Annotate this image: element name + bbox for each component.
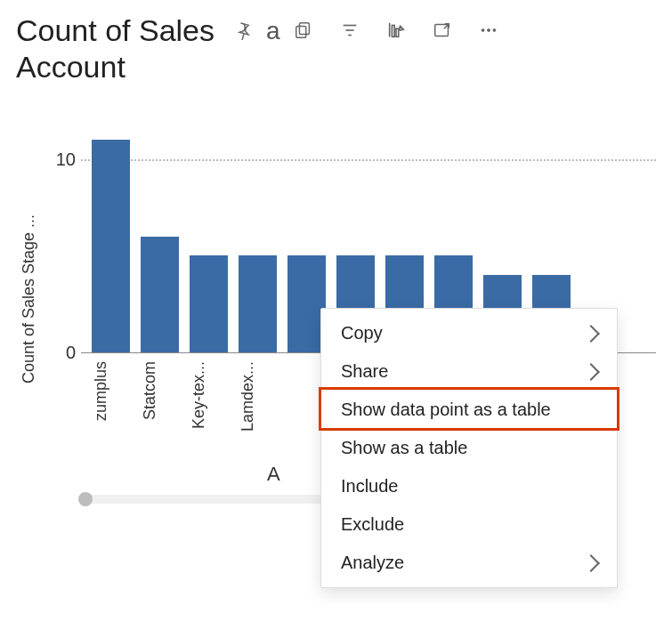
- svg-rect-1: [296, 27, 305, 38]
- menu-item-label: Copy: [341, 323, 383, 343]
- personalize-icon[interactable]: [385, 20, 407, 41]
- menu-item-label: Show data point as a table: [341, 400, 551, 420]
- menu-item-show-data-point-as-a-table[interactable]: Show data point as a table: [321, 391, 617, 429]
- scrollbar-thumb[interactable]: [78, 492, 93, 506]
- svg-rect-7: [396, 29, 399, 37]
- svg-point-10: [487, 29, 490, 32]
- title-row: Count of Sales a: [16, 12, 656, 85]
- bar[interactable]: [190, 255, 228, 351]
- chevron-right-icon: [582, 363, 600, 381]
- menu-item-share[interactable]: Share: [321, 352, 617, 391]
- svg-point-11: [493, 29, 496, 32]
- chart-title: Count of Sales a: [16, 12, 499, 85]
- bar[interactable]: [141, 237, 179, 352]
- chevron-right-icon: [582, 325, 600, 343]
- menu-item-exclude[interactable]: Exclude: [321, 505, 617, 544]
- menu-item-analyze[interactable]: Analyze: [321, 544, 617, 582]
- x-label: Key-tex...: [190, 361, 228, 468]
- context-menu: CopyShareShow data point as a tableShow …: [320, 308, 618, 588]
- title-line-2: Account: [16, 49, 499, 85]
- x-label: Lamdex...: [239, 361, 277, 468]
- bar[interactable]: [92, 140, 130, 351]
- menu-item-copy[interactable]: Copy: [321, 314, 617, 352]
- svg-rect-0: [299, 23, 309, 35]
- chevron-right-icon: [582, 554, 600, 572]
- x-axis-title: A: [267, 463, 280, 486]
- menu-item-show-as-a-table[interactable]: Show as a table: [321, 429, 617, 467]
- svg-point-9: [482, 29, 484, 32]
- menu-item-include[interactable]: Include: [321, 467, 617, 505]
- filter-icon[interactable]: [339, 20, 360, 41]
- y-axis-ticks: 10 0: [42, 121, 81, 352]
- menu-item-label: Exclude: [341, 514, 404, 535]
- menu-item-label: Show as a table: [341, 438, 467, 458]
- x-label: Statcom: [141, 361, 179, 468]
- menu-item-label: Share: [341, 361, 388, 382]
- more-options-icon[interactable]: [478, 20, 499, 41]
- title-line-1: Count of Sales: [16, 12, 215, 49]
- y-tick: 10: [56, 149, 76, 169]
- focus-mode-icon[interactable]: [432, 20, 453, 41]
- x-label: zumplus: [92, 361, 130, 468]
- truncated-title-fragment: a: [266, 16, 280, 46]
- bar[interactable]: [239, 255, 277, 351]
- copy-icon[interactable]: [293, 20, 314, 41]
- y-axis-label: Count of Sales Stage ...: [16, 112, 42, 486]
- y-tick: 0: [66, 342, 76, 362]
- svg-rect-6: [392, 26, 394, 37]
- menu-item-label: Analyze: [341, 553, 404, 573]
- menu-item-label: Include: [341, 476, 399, 497]
- pin-icon[interactable]: [232, 20, 254, 41]
- visual-toolbar: a: [232, 16, 499, 46]
- chart-visual-container: Count of Sales a: [0, 0, 672, 630]
